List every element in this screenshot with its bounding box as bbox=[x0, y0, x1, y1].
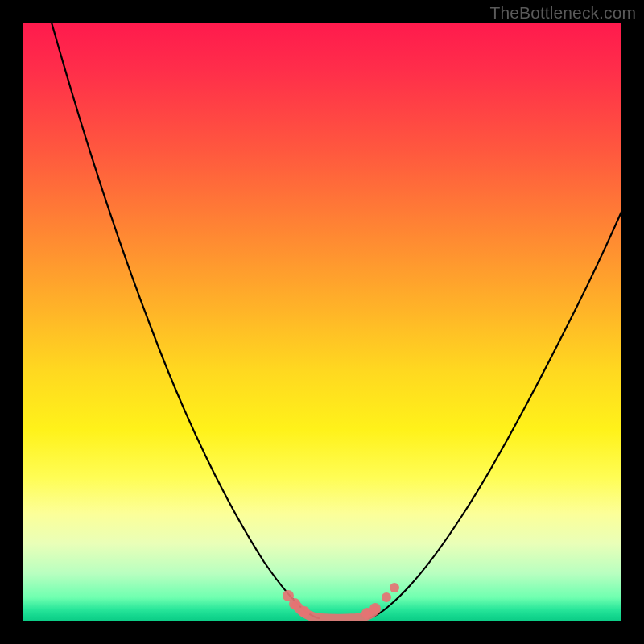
highlight-dot bbox=[289, 598, 300, 609]
highlight-dot bbox=[382, 592, 391, 602]
plot-area bbox=[23, 23, 621, 621]
right-curve bbox=[369, 212, 621, 618]
highlight-dot bbox=[390, 583, 399, 592]
chart-frame: TheBottleneck.com bbox=[0, 0, 644, 644]
left-curve bbox=[52, 23, 319, 618]
highlight-dot bbox=[299, 606, 310, 617]
watermark-text: TheBottleneck.com bbox=[490, 3, 636, 23]
curve-layer bbox=[23, 23, 621, 621]
highlight-dot bbox=[369, 603, 381, 614]
